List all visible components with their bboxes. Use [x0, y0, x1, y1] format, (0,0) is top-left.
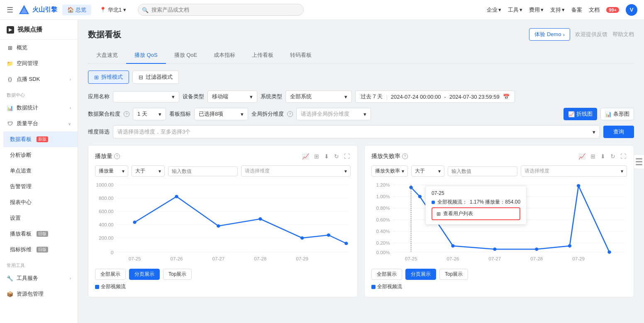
fail-all-btn[interactable]: 全部展示 — [371, 269, 402, 280]
svg-text:07-29: 07-29 — [572, 256, 585, 261]
tab-upload[interactable]: 上传看板 — [244, 47, 282, 64]
sidebar-item-overview[interactable]: ⊞ 概览 — [0, 40, 78, 56]
dim-filter-select[interactable]: 请选择筛选维度，至多选择3个 ▾ — [113, 125, 600, 138]
line-chart-toggle-icon[interactable]: 📈 — [578, 152, 586, 160]
svg-point-19 — [327, 233, 330, 237]
play-top-btn[interactable]: Top展示 — [163, 269, 192, 280]
sidebar-item-space[interactable]: 📁 空间管理 — [0, 56, 78, 71]
indicator-select[interactable]: 已选择8项 ▾ — [194, 108, 248, 120]
table-icon[interactable]: ⊞ — [590, 152, 596, 160]
tab-transcode[interactable]: 转码看板 — [282, 47, 320, 64]
download-icon[interactable]: ⬇ — [323, 152, 330, 160]
sidebar-item-resources[interactable]: 📦 资源包管理 — [0, 286, 78, 302]
sidebar-item-metrics[interactable]: 指标拆维 旧版 — [3, 242, 78, 257]
play-metric-select[interactable]: 播放量 ▾ — [95, 165, 128, 177]
fail-dim-select[interactable]: 请选择维度 ▾ — [521, 165, 627, 177]
download-icon[interactable]: ⬇ — [600, 152, 606, 160]
region-selector[interactable]: 📍 华北1 ▾ — [96, 5, 129, 15]
help-docs-link[interactable]: 帮助文档 — [612, 31, 634, 38]
global-dim-select[interactable]: 请选择全局拆分维度 ▾ — [296, 108, 371, 120]
view-users-link[interactable]: ⊞ 查看用户列表 — [432, 207, 520, 220]
sidebar-item-report[interactable]: 报表中心 — [3, 194, 78, 210]
menu-icon[interactable]: ☰ — [7, 5, 13, 15]
view-users-label: 查看用户列表 — [443, 210, 473, 217]
breadcrumb-nav[interactable]: 🏠 总览 — [62, 5, 91, 15]
sidebar-sub-quality: 数据看板 新版 分析诊断 单点追查 告警管理 报表中心 设置 播放看板 旧版 — [0, 131, 78, 257]
play-value-input[interactable] — [168, 166, 238, 176]
date-range-label: 过去 7 天 — [361, 93, 383, 100]
search-input[interactable] — [138, 4, 304, 16]
fail-value-input[interactable] — [448, 166, 517, 176]
fail-metric-select[interactable]: 播放失败率 ▾ — [371, 165, 408, 177]
filter-mode-button[interactable]: ⊟ 过滤器模式 — [132, 70, 179, 84]
tooltip-series: 全部视频流： — [437, 199, 467, 206]
fail-info-icon[interactable]: ? — [402, 153, 408, 159]
svg-text:400.00: 400.00 — [99, 222, 114, 227]
play-info-icon[interactable]: ? — [114, 153, 120, 159]
welcome-feedback-link[interactable]: 欢迎提供反馈 — [575, 31, 607, 38]
sidebar-item-stats[interactable]: 📊 数据统计 › — [0, 100, 78, 116]
split-mode-button[interactable]: ⊞ 拆维模式 — [88, 70, 129, 84]
play-count-chart: 1000.00 800.00 600.00 400.00 200.00 0 — [95, 182, 351, 265]
sidebar-item-playboard[interactable]: 播放看板 旧版 — [3, 226, 78, 242]
nav-enterprise[interactable]: 企业 ▾ — [487, 6, 501, 14]
play-page-btn[interactable]: 分页展示 — [129, 269, 160, 280]
global-dim-info-icon[interactable]: ? — [287, 111, 293, 117]
table-icon[interactable]: ⊞ — [313, 152, 320, 160]
device-type-select[interactable]: 移动端 ▾ — [207, 90, 257, 103]
fail-operator-select[interactable]: 大于 ▾ — [411, 165, 444, 177]
nav-backup[interactable]: 备案 — [571, 6, 582, 14]
line-chart-toggle-icon[interactable]: 📈 — [301, 152, 310, 160]
tab-qos[interactable]: 播放 QoS — [126, 47, 166, 64]
granularity-select[interactable]: 1 天 ▾ — [133, 108, 166, 120]
refresh-icon[interactable]: ↻ — [333, 152, 340, 160]
expand-icon[interactable]: ⛶ — [620, 152, 627, 160]
fail-page-btn[interactable]: 分页展示 — [405, 269, 436, 280]
play-operator-select[interactable]: 大于 ▾ — [132, 165, 165, 177]
play-dim-select[interactable]: 请选择维度 ▾ — [241, 165, 351, 177]
query-button[interactable]: 查询 — [603, 126, 634, 138]
chart-actions-fail: 📈 ⊞ ⬇ ↻ ⛶ — [578, 152, 627, 160]
nav-docs[interactable]: 文档 — [589, 6, 600, 14]
refresh-icon[interactable]: ↻ — [610, 152, 616, 160]
tab-overview[interactable]: 大盘速览 — [88, 47, 126, 64]
nav-tools[interactable]: 工具 ▾ — [508, 6, 522, 14]
nav-fees[interactable]: 费用 ▾ — [529, 6, 544, 14]
svg-point-43 — [493, 248, 496, 251]
sidebar-item-label: 数据统计 — [17, 104, 38, 112]
app-name-select[interactable]: ▾ — [113, 91, 179, 102]
sidebar-item-settings[interactable]: 设置 — [3, 210, 78, 226]
bar-chart-button[interactable]: 📊 条形图 — [600, 108, 634, 120]
sidebar-item-tools[interactable]: 🔧 工具服务 › — [0, 270, 78, 286]
tooltip-dot — [432, 201, 435, 204]
right-collapse-panel[interactable] — [634, 154, 644, 169]
sidebar-item-dashboard[interactable]: 数据看板 新版 — [3, 131, 78, 147]
demo-button[interactable]: 体验 Demo › — [529, 28, 570, 41]
avatar[interactable]: V — [626, 4, 637, 16]
svg-text:07-25: 07-25 — [129, 256, 141, 261]
expand-icon[interactable]: ⛶ — [343, 152, 351, 160]
sidebar-item-quality[interactable]: 🛡 质量平台 ∨ — [0, 116, 78, 131]
bar-chart-icon: 📊 — [7, 104, 13, 111]
chart-filter-play: 播放量 ▾ 大于 ▾ 请选择维度 ▾ — [95, 165, 351, 177]
sidebar-item-alert[interactable]: 告警管理 — [3, 179, 78, 194]
tab-qoe[interactable]: 播放 QoE — [166, 47, 206, 64]
granularity-info-icon[interactable]: ? — [124, 111, 129, 117]
sidebar-item-label: 资源包管理 — [17, 290, 44, 298]
tab-cost[interactable]: 成本指标 — [205, 47, 244, 64]
svg-text:07-26: 07-26 — [447, 256, 459, 261]
date-range-picker[interactable]: 过去 7 天 | 2024-07-24 00:00:00 - 2024-07-3… — [355, 90, 515, 103]
nav-support[interactable]: 支持 ▾ — [550, 6, 565, 14]
play-all-btn[interactable]: 全部展示 — [95, 269, 126, 280]
line-chart-label: 折线图 — [576, 110, 593, 118]
global-dim-placeholder: 请选择全局拆分维度 — [301, 110, 349, 118]
chart-actions-play: 📈 ⊞ ⬇ ↻ ⛶ — [301, 152, 351, 160]
line-chart-button[interactable]: 📈 折线图 — [564, 108, 597, 120]
sidebar-item-analysis[interactable]: 分析诊断 — [3, 147, 78, 163]
system-type-select[interactable]: 全部系统 ▾ — [285, 90, 352, 103]
notification-badge[interactable]: 99+ — [606, 7, 619, 13]
sidebar-item-trace[interactable]: 单点追查 — [3, 163, 78, 179]
sidebar-item-sdk[interactable]: ⟨⟩ 点播 SDK › — [0, 71, 78, 87]
svg-text:1000.00: 1000.00 — [96, 182, 113, 187]
fail-top-btn[interactable]: Top展示 — [439, 269, 468, 280]
